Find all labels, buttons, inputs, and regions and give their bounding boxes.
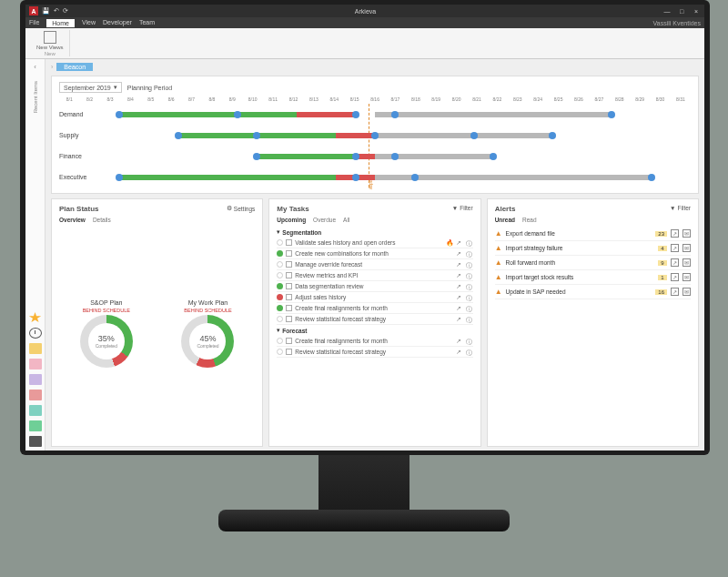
alert-row[interactable]: ▲Update in SAP needed16↗✉	[495, 285, 691, 299]
recent-items-label[interactable]: Recent Items	[33, 81, 38, 113]
breadcrumb-tag[interactable]: Beacon	[56, 63, 93, 71]
info-icon[interactable]: ⓘ	[466, 316, 473, 323]
maximize-button[interactable]: □	[677, 8, 686, 15]
milestone-dot[interactable]	[391, 153, 399, 160]
close-button[interactable]: ×	[692, 8, 701, 15]
task-checkbox[interactable]	[286, 294, 292, 300]
open-icon[interactable]: ↗	[456, 283, 463, 290]
menu-developer[interactable]: Developer	[103, 19, 132, 27]
task-row[interactable]: Data segmentation review↗ⓘ	[277, 281, 472, 292]
milestone-dot[interactable]	[234, 111, 241, 118]
milestone-dot[interactable]	[608, 111, 615, 118]
task-checkbox[interactable]	[286, 283, 292, 289]
qat-undo-icon[interactable]: ↶	[54, 7, 59, 15]
task-row[interactable]: Create final realignments for month↗ⓘ	[277, 336, 472, 347]
open-icon[interactable]: ↗	[456, 294, 463, 301]
tab-all[interactable]: All	[343, 217, 349, 223]
milestone-dot[interactable]	[253, 153, 260, 160]
info-icon[interactable]: ⓘ	[466, 294, 473, 301]
plan-donut[interactable]: S&OP PlanBEHIND SCHEDULE35%Completed	[80, 299, 133, 368]
tasks-filter-link[interactable]: ▼ Filter	[452, 205, 473, 211]
milestone-dot[interactable]	[549, 132, 556, 139]
open-icon[interactable]: ↗	[456, 305, 463, 312]
milestone-dot[interactable]	[352, 174, 359, 181]
alerts-filter-link[interactable]: ▼ Filter	[670, 205, 691, 211]
menu-team[interactable]: Team	[139, 19, 155, 27]
task-group-header[interactable]: ▾Segmentation	[277, 227, 472, 238]
gantt-bar[interactable]	[297, 112, 356, 117]
expand-icon[interactable]: ›	[51, 64, 53, 70]
open-icon[interactable]: ↗	[456, 261, 463, 268]
task-checkbox[interactable]	[286, 316, 292, 322]
archive-icon[interactable]: ✉	[682, 273, 691, 281]
milestone-dot[interactable]	[490, 153, 497, 160]
milestone-dot[interactable]	[175, 132, 182, 139]
plan-donut[interactable]: My Work PlanBEHIND SCHEDULE45%Completed	[181, 299, 234, 368]
milestone-dot[interactable]	[470, 132, 478, 139]
tab-overview[interactable]: Overview	[59, 217, 86, 223]
menu-file[interactable]: File	[29, 19, 39, 27]
archive-icon[interactable]: ✉	[682, 229, 691, 238]
milestone-dot[interactable]	[116, 111, 123, 118]
task-row[interactable]: Create new combinations for month↗ⓘ	[277, 248, 472, 259]
info-icon[interactable]: ⓘ	[466, 272, 473, 279]
task-row[interactable]: Adjust sales history↗ⓘ	[277, 292, 472, 303]
task-checkbox[interactable]	[286, 250, 292, 257]
milestone-dot[interactable]	[253, 132, 260, 139]
task-checkbox[interactable]	[286, 272, 292, 278]
task-checkbox[interactable]	[286, 305, 292, 311]
open-icon[interactable]: ↗	[456, 316, 463, 323]
tab-unread[interactable]: Unread	[495, 217, 515, 223]
tab-read[interactable]: Read	[522, 217, 537, 223]
gantt-bar[interactable]	[336, 133, 375, 138]
alert-row[interactable]: ▲Import strategy failure4↗✉	[495, 241, 691, 256]
info-icon[interactable]: ⓘ	[466, 250, 473, 258]
gantt-bar[interactable]	[119, 112, 297, 117]
plan-settings-link[interactable]: ⚙ Settings	[227, 205, 256, 212]
gantt-bar[interactable]	[119, 175, 336, 180]
archive-icon[interactable]: ✉	[682, 258, 691, 267]
archive-icon[interactable]: ✉	[682, 244, 691, 252]
milestone-dot[interactable]	[391, 111, 399, 118]
task-row[interactable]: Review statistical forecast strategy↗ⓘ	[277, 314, 472, 325]
task-row[interactable]: Review statistical forecast strategy↗ⓘ	[277, 347, 472, 358]
open-icon[interactable]: ↗	[671, 258, 679, 267]
menu-view[interactable]: View	[82, 19, 96, 27]
milestone-dot[interactable]	[411, 174, 419, 181]
task-row[interactable]: Manage override forecast↗ⓘ	[277, 259, 472, 270]
info-icon[interactable]: ⓘ	[466, 349, 473, 356]
open-icon[interactable]: ↗	[456, 272, 463, 279]
task-checkbox[interactable]	[286, 239, 292, 246]
qat-save-icon[interactable]: 💾	[42, 7, 50, 15]
collapse-icon[interactable]: ‹	[34, 63, 36, 71]
folder-dark[interactable]	[29, 436, 42, 447]
folder-yellow[interactable]	[29, 343, 42, 354]
tab-upcoming[interactable]: Upcoming	[277, 217, 306, 223]
folder-green[interactable]	[29, 420, 42, 431]
minimize-button[interactable]: —	[662, 8, 672, 15]
task-checkbox[interactable]	[286, 349, 292, 355]
info-icon[interactable]: ⓘ	[466, 239, 473, 247]
milestone-dot[interactable]	[352, 111, 359, 118]
alert-row[interactable]: ▲Roll forward month9↗✉	[495, 256, 691, 270]
alert-row[interactable]: ▲Import target stock results1↗✉	[495, 270, 691, 285]
task-group-header[interactable]: ▾Forecast	[277, 325, 472, 336]
gantt-bar[interactable]	[375, 112, 612, 117]
task-checkbox[interactable]	[286, 338, 292, 344]
user-name[interactable]: Vassili Kventides	[653, 20, 701, 26]
milestone-dot[interactable]	[116, 174, 123, 181]
task-row[interactable]: Create final realignments for month↗ⓘ	[277, 303, 472, 314]
menu-home[interactable]: Home	[46, 19, 75, 27]
milestone-dot[interactable]	[352, 153, 359, 160]
task-checkbox[interactable]	[286, 261, 292, 268]
open-icon[interactable]: ↗	[456, 338, 463, 345]
info-icon[interactable]: ⓘ	[466, 338, 473, 345]
milestone-dot[interactable]	[648, 174, 655, 181]
open-icon[interactable]: ↗	[456, 239, 463, 247]
tab-overdue[interactable]: Overdue	[313, 217, 336, 223]
recent-icon[interactable]	[29, 328, 42, 339]
open-icon[interactable]: ↗	[456, 250, 463, 258]
gantt-bar[interactable]	[257, 154, 355, 159]
task-row[interactable]: Validate sales history and open orders🔥↗…	[277, 238, 472, 248]
ribbon-new-views[interactable]: New Views New	[31, 30, 70, 56]
